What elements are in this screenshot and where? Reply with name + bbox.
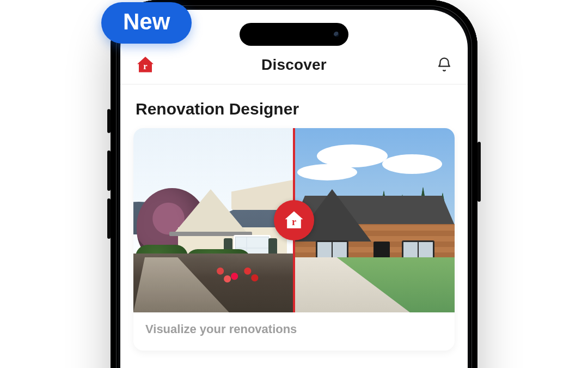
- before-after-media[interactable]: r: [133, 128, 455, 312]
- renovation-card[interactable]: r Visualize your renovations: [133, 128, 455, 351]
- content-area: Renovation Designer: [120, 85, 468, 351]
- page-title: Discover: [261, 56, 327, 74]
- new-badge: New: [101, 2, 192, 44]
- card-body: Visualize your renovations: [133, 312, 455, 351]
- svg-text:r: r: [292, 216, 296, 227]
- side-button: [107, 198, 111, 239]
- section-title: Renovation Designer: [136, 100, 452, 118]
- dynamic-island: [240, 23, 348, 46]
- card-subtitle: Visualize your renovations: [145, 322, 443, 336]
- side-button: [477, 142, 481, 202]
- phone-frame: r Discover Renovation Designer: [111, 0, 477, 368]
- app-header: r Discover: [120, 46, 468, 85]
- side-button: [107, 109, 111, 133]
- before-image: [133, 128, 293, 312]
- new-badge-label: New: [123, 9, 170, 34]
- notifications-bell-icon[interactable]: [436, 57, 452, 73]
- comparison-center-badge[interactable]: r: [274, 200, 314, 240]
- side-button: [107, 150, 111, 191]
- svg-text:r: r: [143, 61, 147, 71]
- after-image: [293, 128, 455, 312]
- realtor-logo-icon: r: [282, 208, 306, 232]
- phone-screen: r Discover Renovation Designer: [120, 10, 468, 368]
- realtor-logo-icon[interactable]: r: [136, 55, 155, 75]
